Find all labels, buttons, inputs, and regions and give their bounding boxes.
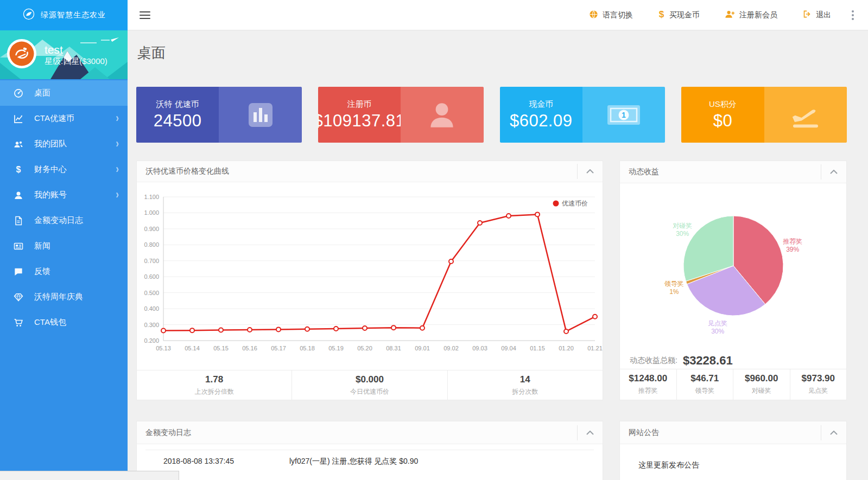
file-icon bbox=[13, 215, 24, 226]
sidebar-item-desktop[interactable]: 桌面 › bbox=[0, 80, 128, 106]
sidebar-item-label: CTA钱包 bbox=[34, 317, 116, 328]
stat-label: 见点奖 bbox=[808, 386, 828, 395]
gem-icon bbox=[13, 292, 24, 303]
svg-text:05.18: 05.18 bbox=[300, 345, 315, 351]
sidebar-item-label: 反馈 bbox=[34, 266, 116, 277]
svg-text:领导奖1%: 领导奖1% bbox=[664, 280, 684, 296]
svg-text:对碰奖30%: 对碰奖30% bbox=[673, 222, 692, 238]
svg-text:05.15: 05.15 bbox=[213, 345, 229, 351]
sidebar-item-cta-wallet[interactable]: CTA钱包 › bbox=[0, 310, 128, 335]
sidebar-item-feedback[interactable]: 反馈 › bbox=[0, 259, 128, 284]
svg-text:0.900: 0.900 bbox=[144, 226, 159, 232]
svg-text:01.15: 01.15 bbox=[530, 345, 545, 351]
site-notice-panel: 网站公告 这里更新发布公告 bbox=[619, 421, 847, 480]
pie-footer-stats: $1248.00 推荐奖 $46.71 领导奖 $960.00 对碰奖 $973… bbox=[620, 369, 846, 400]
sidebar-item-finance[interactable]: $ 财务中心 › bbox=[0, 157, 128, 182]
dynamic-income-panel: 动态收益 推荐奖39%见点奖30%领导奖1%对碰奖30% 动态收益总额: $32… bbox=[619, 161, 847, 400]
svg-text:1.100: 1.100 bbox=[144, 194, 159, 200]
newspaper-icon bbox=[13, 241, 24, 252]
topnav-label: 买现金币 bbox=[669, 10, 700, 20]
brand-header[interactable]: 绿源智慧生态农业 bbox=[0, 0, 128, 30]
svg-text:0.700: 0.700 bbox=[144, 258, 159, 264]
browser-status-bar bbox=[0, 471, 179, 480]
collapse-chevron-icon[interactable] bbox=[578, 421, 603, 444]
svg-text:05.14: 05.14 bbox=[185, 345, 200, 351]
user-avatar[interactable] bbox=[7, 39, 37, 71]
card-wote-coin[interactable]: 沃特 优速币 24500 bbox=[136, 87, 302, 143]
user-icon bbox=[13, 190, 24, 201]
topnav: 语言切换 $ 买现金币 注册新会员 退出 bbox=[564, 8, 859, 22]
sidebar-item-label: 桌面 bbox=[34, 88, 116, 98]
globe-icon bbox=[589, 10, 598, 21]
card-cash-coin[interactable]: 现金币 $602.09 1 bbox=[500, 87, 666, 143]
panel-title: 沃特优速币价格变化曲线 bbox=[145, 167, 229, 176]
collapse-chevron-icon[interactable] bbox=[821, 421, 846, 444]
stat-label: 领导奖 bbox=[695, 386, 714, 395]
person-icon bbox=[401, 87, 483, 143]
svg-text:$: $ bbox=[659, 9, 664, 19]
svg-text:09.01: 09.01 bbox=[415, 345, 430, 351]
total-label: 动态收益总额: bbox=[630, 356, 677, 366]
log-timestamp: 2018-08-08 13:37:45 bbox=[145, 457, 289, 466]
sidebar-item-label: CTA优速币 bbox=[34, 113, 116, 124]
chevron-right-icon: › bbox=[116, 164, 119, 175]
sidebar-item-anniversary[interactable]: 沃特周年庆典 › bbox=[0, 284, 128, 310]
stat-label: 上次拆分倍数 bbox=[195, 387, 234, 396]
sidebar-item-amount-log[interactable]: 金额变动日志 › bbox=[0, 208, 128, 233]
register-member-button[interactable]: 注册新会员 bbox=[725, 10, 777, 21]
svg-text:0.600: 0.600 bbox=[144, 274, 159, 280]
comment-icon bbox=[13, 266, 24, 277]
pie-chart: 推荐奖39%见点奖30%领导奖1%对碰奖30% bbox=[620, 183, 846, 353]
stat-value: $973.90 bbox=[802, 373, 835, 384]
users-icon bbox=[13, 139, 24, 150]
buy-cash-coin-button[interactable]: $ 买现金币 bbox=[658, 9, 700, 21]
sidebar-item-news[interactable]: 新闻 › bbox=[0, 233, 128, 259]
hamburger-menu-icon[interactable] bbox=[140, 11, 150, 19]
stat-label: 对碰奖 bbox=[752, 386, 771, 395]
brand-name: 绿源智慧生态农业 bbox=[41, 10, 106, 20]
topbar: 语言切换 $ 买现金币 注册新会员 退出 bbox=[128, 0, 868, 30]
stat-label: 拆分次数 bbox=[512, 387, 538, 396]
sidebar-item-my-account[interactable]: 我的账号 › bbox=[0, 182, 128, 208]
money-bill-icon: 1 bbox=[582, 87, 665, 143]
stat-value: $1248.00 bbox=[629, 373, 667, 384]
card-register-coin[interactable]: 注册币 $109137.81 bbox=[318, 87, 484, 143]
card-us-points[interactable]: US积分 $0 bbox=[681, 87, 847, 143]
card-value: 24500 bbox=[154, 111, 202, 131]
svg-text:见点奖30%: 见点奖30% bbox=[708, 320, 727, 336]
topnav-label: 退出 bbox=[816, 10, 831, 20]
svg-text:09.04: 09.04 bbox=[501, 345, 516, 351]
dollar-icon: $ bbox=[13, 164, 24, 175]
stat-value: $46.71 bbox=[690, 373, 719, 384]
user-panel: test 星级:四星($3000) bbox=[0, 30, 128, 79]
dollar-icon: $ bbox=[658, 9, 665, 21]
plane-icon bbox=[764, 87, 847, 143]
svg-text:09.02: 09.02 bbox=[443, 345, 459, 351]
logout-button[interactable]: 退出 bbox=[802, 10, 831, 20]
chevron-right-icon: › bbox=[116, 189, 119, 201]
sidebar-item-my-team[interactable]: 我的团队 › bbox=[0, 131, 128, 157]
log-message: lyf027(一星) 注册,您获得 见点奖 $0.90 bbox=[289, 457, 594, 466]
bar-chart-icon bbox=[219, 87, 301, 143]
sidebar-menu: 桌面 › CTA优速币 › 我的团队 › $ 财务中心 › 我的账号 › 金额变… bbox=[0, 80, 128, 335]
svg-text:0.300: 0.300 bbox=[144, 322, 159, 328]
main-content: 桌面 沃特 优速币 24500 注册币 $109137.81 现金币 $602.… bbox=[128, 30, 868, 480]
stat-label: 今日优速币价 bbox=[350, 387, 389, 396]
svg-text:05.13: 05.13 bbox=[156, 345, 171, 351]
card-label: 沃特 优速币 bbox=[156, 99, 199, 110]
svg-text:01.20: 01.20 bbox=[559, 345, 574, 351]
collapse-chevron-icon[interactable] bbox=[821, 161, 846, 183]
sidebar-item-cta-coin[interactable]: CTA优速币 › bbox=[0, 106, 128, 131]
svg-text:0.200: 0.200 bbox=[144, 337, 159, 344]
svg-text:推荐奖39%: 推荐奖39% bbox=[783, 238, 802, 253]
log-row: 2018-08-08 13:37:45 lyf027(一星) 注册,您获得 见点… bbox=[145, 450, 594, 473]
collapse-chevron-icon[interactable] bbox=[578, 161, 603, 182]
topnav-label: 语言切换 bbox=[603, 10, 633, 20]
language-switch-button[interactable]: 语言切换 bbox=[589, 10, 633, 21]
stat-value: $960.00 bbox=[745, 373, 778, 384]
user-plus-icon bbox=[725, 10, 735, 21]
svg-text:05.20: 05.20 bbox=[357, 345, 372, 351]
total-value: $3228.61 bbox=[683, 354, 733, 368]
topnav-label: 注册新会员 bbox=[739, 10, 777, 20]
more-options-icon[interactable] bbox=[850, 8, 856, 22]
